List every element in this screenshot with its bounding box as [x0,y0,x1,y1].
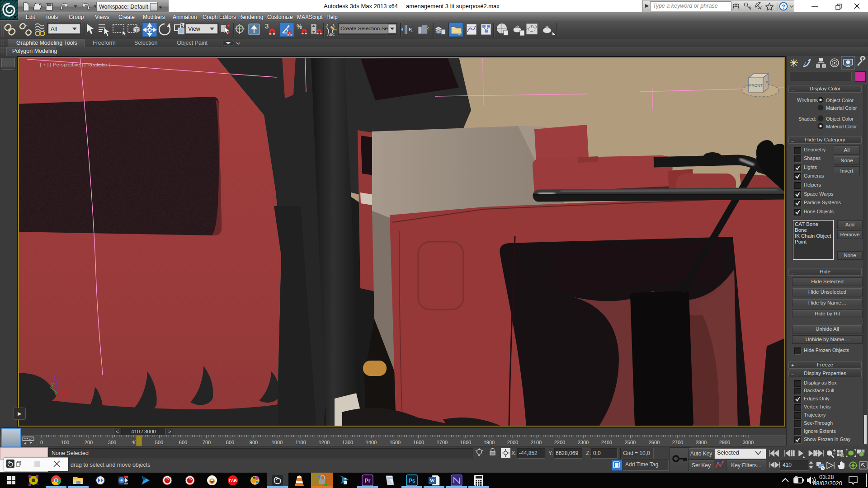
svg-text:y: y [52,382,54,387]
svg-text:Pr: Pr [365,478,371,484]
svg-text:FAB: FAB [229,479,237,483]
svg-text:1400: 1400 [366,440,377,445]
svg-text:*: * [24,26,25,29]
svg-text:900: 900 [250,440,258,445]
svg-text:1000: 1000 [272,440,283,445]
svg-text:FRONT: FRONT [749,83,762,88]
svg-text:X: X [766,80,768,84]
svg-text:*: * [26,24,28,28]
svg-text:1300: 1300 [342,440,353,445]
svg-text:500: 500 [155,440,163,445]
svg-text:1900: 1900 [484,440,495,445]
svg-text:2800: 2800 [696,440,707,445]
svg-text:1100: 1100 [295,440,306,445]
svg-text:View: View [188,26,201,32]
svg-text:[ + ] [ Perspective ] [ Realis: [ + ] [ Perspective ] [ Realistic ] [40,62,110,67]
svg-text:2000: 2000 [507,440,518,445]
svg-text:Ps: Ps [409,478,415,484]
svg-text:%: % [297,23,302,30]
svg-text:Create Selection Se: Create Selection Se [340,25,388,32]
svg-text:2900: 2900 [719,440,730,445]
svg-text:?: ? [782,4,785,10]
svg-text:ABC: ABC [327,33,335,37]
svg-text:2600: 2600 [649,440,660,445]
svg-text:300: 300 [108,440,116,445]
svg-text:100: 100 [61,440,69,445]
svg-text:1800: 1800 [460,440,471,445]
svg-text:2300: 2300 [578,440,589,445]
svg-text:W: W [430,478,435,483]
svg-text:700: 700 [203,440,211,445]
svg-text:600: 600 [179,440,187,445]
svg-text:2500: 2500 [625,440,636,445]
svg-text:800: 800 [226,440,234,445]
svg-text:2100: 2100 [531,440,542,445]
svg-text:z: z [54,375,57,380]
svg-text:1500: 1500 [390,440,401,445]
svg-text:2700: 2700 [672,440,683,445]
svg-text:2400: 2400 [601,440,612,445]
svg-text:3: 3 [265,22,269,30]
svg-text:1700: 1700 [437,440,448,445]
svg-text:2200: 2200 [554,440,565,445]
svg-text:1: 1 [410,27,413,33]
svg-text:1200: 1200 [319,440,330,445]
svg-text:All: All [51,26,57,32]
svg-text:x: x [63,394,66,399]
svg-text:200: 200 [85,440,93,445]
svg-text:3000: 3000 [743,440,754,445]
svg-text:1600: 1600 [413,440,424,445]
svg-text:0: 0 [40,440,43,445]
